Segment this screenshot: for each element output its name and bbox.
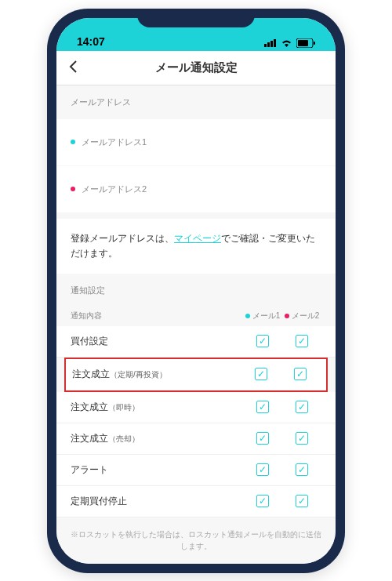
checkbox-mail2[interactable]: ✓	[296, 401, 308, 413]
table-header: 通知内容 メール1 メール2	[56, 303, 336, 326]
svg-rect-3	[274, 39, 276, 47]
table-row: 注文成立（即時） ✓ ✓	[56, 392, 336, 423]
svg-rect-0	[264, 44, 267, 47]
row-label: 注文成立（売却）	[71, 432, 243, 445]
email-card-2: メールアドレス2	[56, 166, 336, 212]
checkbox-mail1[interactable]: ✓	[256, 495, 269, 507]
info-text: 登録メールアドレスは、マイページでご確認・ご変更いただけます。	[56, 219, 336, 274]
svg-rect-2	[270, 41, 273, 47]
checkbox-mail2[interactable]: ✓	[296, 463, 308, 476]
table-row: 注文成立（定期/再投資） ✓ ✓	[66, 359, 326, 390]
checkbox-mail1[interactable]: ✓	[255, 368, 267, 380]
svg-rect-6	[314, 42, 315, 45]
checkbox-mail1[interactable]: ✓	[256, 463, 269, 476]
table-row: 注文成立（売却） ✓ ✓	[56, 423, 336, 455]
svg-rect-1	[267, 42, 270, 47]
checkbox-mail2[interactable]: ✓	[296, 335, 308, 347]
svg-rect-5	[298, 40, 308, 46]
checkbox-mail2[interactable]: ✓	[296, 495, 308, 507]
phone-screen: 14:07 メール通知設定 メールアドレス メールアドレス1	[56, 18, 336, 564]
checkbox-mail1[interactable]: ✓	[256, 335, 269, 347]
wifi-icon	[281, 38, 292, 47]
header: メール通知設定	[56, 51, 336, 85]
notch	[137, 9, 255, 27]
checkbox-mail1[interactable]: ✓	[256, 432, 269, 445]
col-header-mail2: メール2	[282, 310, 321, 321]
back-button[interactable]	[69, 59, 77, 77]
dot-icon-teal	[71, 140, 75, 144]
table-row: 買付設定 ✓ ✓	[56, 326, 336, 358]
email-address-1: メールアドレス1	[71, 130, 321, 154]
row-label: アラート	[71, 463, 243, 477]
status-time: 14:07	[77, 35, 105, 48]
table-row: 定期買付停止 ✓ ✓	[56, 486, 336, 517]
email-address-2: メールアドレス2	[71, 177, 321, 202]
dot-icon-pink	[71, 187, 75, 191]
checkbox-mail2[interactable]: ✓	[296, 432, 308, 445]
email-card: メールアドレス1	[56, 119, 336, 165]
page-title: メール通知設定	[69, 60, 323, 75]
checkbox-mail2[interactable]: ✓	[294, 368, 307, 380]
row-label: 定期買付停止	[71, 495, 243, 508]
phone-frame: 14:07 メール通知設定 メールアドレス メールアドレス1	[47, 9, 345, 573]
row-label: 注文成立（定期/再投資）	[72, 368, 241, 381]
battery-icon	[296, 38, 315, 48]
email-section-label: メールアドレス	[56, 85, 336, 114]
notification-section-label: 通知設定	[56, 274, 336, 303]
highlighted-row: 注文成立（定期/再投資） ✓ ✓	[64, 358, 328, 392]
table-row: アラート ✓ ✓	[56, 455, 336, 486]
row-label: 注文成立（即時）	[71, 401, 243, 414]
col-header-mail1: メール1	[243, 310, 282, 321]
mypage-link[interactable]: マイページ	[174, 233, 221, 244]
chevron-left-icon	[69, 60, 77, 73]
status-icons	[264, 38, 315, 48]
footnote: ※ロスカットを執行した場合は、ロスカット通知メールを自動的に送信します。	[56, 517, 336, 563]
row-label: 買付設定	[71, 335, 243, 348]
signal-icon	[264, 38, 277, 47]
checkbox-mail1[interactable]: ✓	[256, 401, 269, 413]
content[interactable]: メールアドレス メールアドレス1 メールアドレス2 登録メールアドレスは、マイペ…	[56, 85, 336, 564]
